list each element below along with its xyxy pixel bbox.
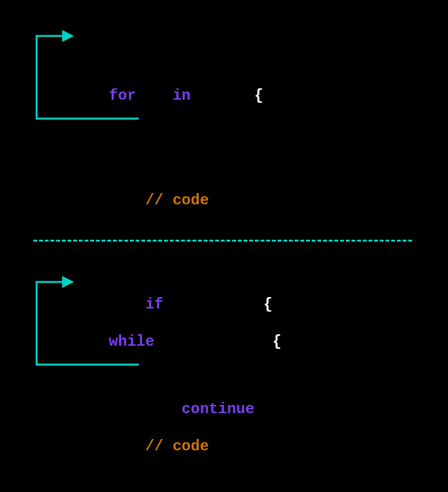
code-comment-1: // code	[73, 165, 273, 236]
in-keyword: in	[172, 87, 191, 104]
code-comment-1: // code	[73, 411, 281, 482]
svg-marker-1	[63, 278, 72, 286]
open-brace: {	[254, 87, 263, 104]
for-line: for in {	[73, 61, 273, 131]
for-keyword: for	[109, 87, 136, 104]
while-loop-code: while { // code if { continue } // code …	[73, 272, 281, 492]
while-keyword: while	[109, 333, 155, 350]
svg-marker-0	[63, 32, 72, 40]
comment-text: // code	[145, 438, 209, 455]
comment-text: // code	[145, 192, 209, 209]
open-brace: {	[273, 333, 281, 350]
divider	[33, 240, 412, 242]
while-line: while {	[73, 307, 281, 377]
